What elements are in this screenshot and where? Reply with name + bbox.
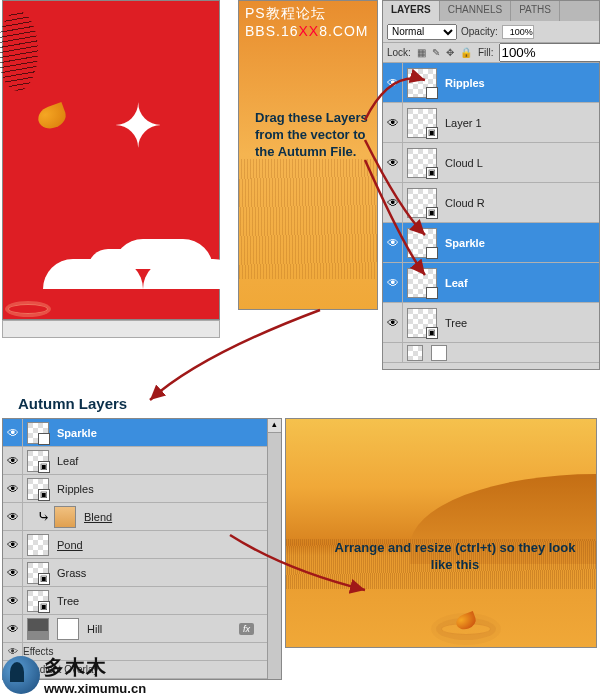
blend-mode-select[interactable]: Normal	[387, 24, 457, 40]
tab-layers[interactable]: LAYERS	[383, 1, 440, 21]
visibility-toggle-icon[interactable]: 👁	[3, 419, 23, 446]
lock-transparent-icon[interactable]: ▦	[417, 47, 426, 58]
layer-name: Grass	[57, 567, 86, 579]
watermark-bottom: 多木木 www.ximumu.cn	[2, 654, 146, 696]
layer-thumbnail[interactable]: ▣	[407, 108, 437, 138]
layer-row-grass-b[interactable]: 👁 ▣ Grass	[3, 559, 281, 587]
layer-name: Tree	[445, 317, 467, 329]
visibility-toggle-icon[interactable]: 👁	[383, 263, 403, 302]
layer-row-sparkle-b[interactable]: 👁 ▣ Sparkle	[3, 419, 281, 447]
layer-row-tree[interactable]: 👁 ▣ Tree	[383, 303, 599, 343]
layer-thumbnail[interactable]: ▣	[407, 308, 437, 338]
layer-name: Ripples	[57, 483, 94, 495]
watermark-logo-icon	[2, 656, 40, 694]
layer-name: Blend	[84, 511, 112, 523]
watermark-top: PS教程论坛 BBS.16XX8.COM	[245, 5, 369, 39]
layer-row-cloudl[interactable]: 👁 ▣ Cloud L	[383, 143, 599, 183]
layer-row-layer1[interactable]: 👁 ▣ Layer 1	[383, 103, 599, 143]
layer-thumbnail[interactable]	[27, 534, 49, 556]
layer-row-ripples[interactable]: 👁 ▣ Ripples	[383, 63, 599, 103]
visibility-toggle-icon[interactable]: 👁	[3, 587, 23, 614]
layer-thumbnail[interactable]: ▣	[407, 148, 437, 178]
layer-thumbnail[interactable]	[54, 506, 76, 528]
layer-row-pond-b[interactable]: 👁 Pond	[3, 531, 281, 559]
visibility-toggle-icon[interactable]: 👁	[383, 183, 403, 222]
opacity-label: Opacity:	[461, 26, 498, 37]
smart-object-badge-icon: ▣	[38, 433, 50, 445]
layer-row-leaf-b[interactable]: 👁 ▣ Leaf	[3, 447, 281, 475]
watermark-text1: 多木木	[44, 654, 146, 681]
visibility-toggle-icon[interactable]: 👁	[3, 615, 23, 642]
vector-canvas[interactable]: ✦	[2, 0, 220, 320]
top-section: ✦ Drag these Layers from the vector to t…	[0, 0, 600, 370]
visibility-toggle-icon[interactable]: 👁	[3, 475, 23, 502]
layer-row-hill-b[interactable]: 👁 Hill fx ▾	[3, 615, 281, 643]
layer-mask-thumbnail[interactable]	[431, 345, 447, 361]
layer-row-ripples-b[interactable]: 👁 ▣ Ripples	[3, 475, 281, 503]
panel-options-row: Normal Opacity:	[383, 21, 599, 43]
layer-name: Leaf	[445, 277, 468, 289]
smart-object-badge-icon: ▣	[426, 127, 438, 139]
layer-list-vector: 👁 ▣ Ripples 👁 ▣ Layer 1 👁 ▣ Cloud L 👁 ▣ …	[383, 63, 599, 363]
layer-row-empty[interactable]	[383, 343, 599, 363]
visibility-toggle-icon[interactable]: 👁	[3, 531, 23, 558]
visibility-toggle-icon[interactable]: 👁	[383, 303, 403, 342]
autumn-preview-canvas[interactable]	[285, 418, 597, 648]
layer-thumbnail[interactable]: ▣	[27, 590, 49, 612]
watermark-line1: PS教程论坛	[245, 5, 369, 23]
fill-label: Fill:	[478, 47, 494, 58]
layer-thumbnail[interactable]	[407, 345, 423, 361]
lock-move-icon[interactable]: ✥	[446, 47, 454, 58]
tree-artwork	[0, 11, 38, 101]
layer-name: Layer 1	[445, 117, 482, 129]
clouds-artwork	[43, 229, 203, 289]
grass-artwork	[239, 159, 377, 279]
layer-name: Tree	[57, 595, 79, 607]
fx-badge[interactable]: fx	[239, 623, 254, 635]
instruction-text-1: Drag these Layers from the vector to the…	[255, 110, 370, 161]
smart-object-badge-icon: ▣	[426, 87, 438, 99]
lock-brush-icon[interactable]: ✎	[432, 47, 440, 58]
layers-panel-vector: LAYERS CHANNELS PATHS Normal Opacity: Lo…	[382, 0, 600, 370]
layer-thumbnail[interactable]: ▣	[407, 228, 437, 258]
visibility-toggle-icon[interactable]: 👁	[3, 447, 23, 474]
smart-object-badge-icon: ▣	[38, 489, 50, 501]
scroll-up-icon[interactable]: ▴	[268, 419, 281, 433]
tab-channels[interactable]: CHANNELS	[440, 1, 511, 21]
layer-thumbnail[interactable]: ▣	[407, 68, 437, 98]
layer-row-leaf[interactable]: 👁 ▣ Leaf	[383, 263, 599, 303]
layer-thumbnail[interactable]: ▣	[27, 422, 49, 444]
opacity-input[interactable]	[502, 25, 534, 39]
lock-all-icon[interactable]: 🔒	[460, 47, 472, 58]
visibility-toggle-icon[interactable]: 👁	[3, 559, 23, 586]
layer-name: Hill	[87, 623, 102, 635]
layer-thumbnail[interactable]: ▣	[27, 478, 49, 500]
layer-row-sparkle[interactable]: 👁 ▣ Sparkle	[383, 223, 599, 263]
layer-row-blend-b[interactable]: 👁 ⤷ Blend	[3, 503, 281, 531]
visibility-toggle-icon[interactable]: 👁	[3, 503, 23, 530]
panel-tabs: LAYERS CHANNELS PATHS	[383, 1, 599, 21]
layer-mask-thumbnail[interactable]	[57, 618, 79, 640]
visibility-toggle-icon[interactable]: 👁	[383, 63, 403, 102]
layer-row-cloudr[interactable]: 👁 ▣ Cloud R	[383, 183, 599, 223]
layer-thumbnail[interactable]	[27, 618, 49, 640]
visibility-toggle-icon[interactable]: 👁	[383, 143, 403, 182]
visibility-toggle-icon[interactable]	[383, 343, 403, 362]
fill-input[interactable]	[499, 43, 600, 62]
layer-thumbnail[interactable]: ▣	[27, 450, 49, 472]
visibility-toggle-icon[interactable]: 👁	[383, 223, 403, 262]
visibility-toggle-icon[interactable]: 👁	[383, 103, 403, 142]
clip-indicator-icon: ⤷	[23, 507, 50, 526]
leaf-artwork	[35, 102, 69, 132]
watermark-text2: www.ximumu.cn	[44, 681, 146, 696]
tab-paths[interactable]: PATHS	[511, 1, 560, 21]
smart-object-badge-icon: ▣	[38, 461, 50, 473]
layer-thumbnail[interactable]: ▣	[407, 188, 437, 218]
layer-thumbnail[interactable]: ▣	[27, 562, 49, 584]
scrollbar[interactable]: ▴	[267, 419, 281, 679]
smart-object-badge-icon: ▣	[426, 327, 438, 339]
layer-row-tree-b[interactable]: 👁 ▣ Tree	[3, 587, 281, 615]
smart-object-badge-icon: ▣	[38, 601, 50, 613]
smart-object-badge-icon: ▣	[426, 167, 438, 179]
layer-thumbnail[interactable]: ▣	[407, 268, 437, 298]
